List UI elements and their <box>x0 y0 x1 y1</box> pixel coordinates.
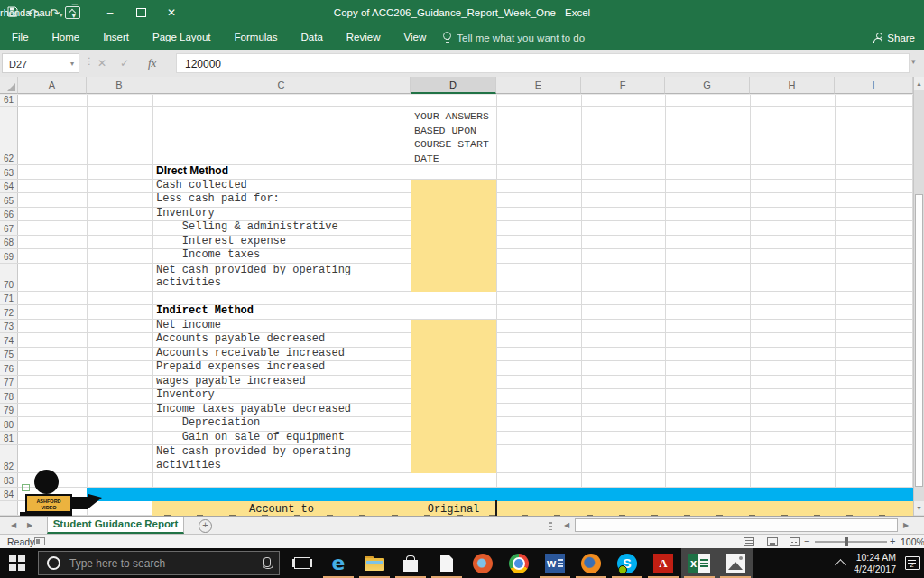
page-layout-view-icon[interactable] <box>767 537 778 546</box>
zoom-out-icon[interactable]: − <box>804 536 809 546</box>
row-header-77[interactable]: 77 <box>0 376 18 389</box>
row-header-73[interactable]: 73 <box>0 320 18 333</box>
row-header-81[interactable]: 81 <box>0 432 18 445</box>
select-all-corner[interactable] <box>0 77 18 94</box>
store-icon[interactable] <box>393 548 429 578</box>
normal-view-icon[interactable] <box>744 537 754 546</box>
row-header-71[interactable]: 71 <box>0 292 18 305</box>
scroll-up-icon[interactable]: ▲ <box>914 77 924 90</box>
vertical-scrollbar[interactable]: ▲ ▼ <box>913 77 924 516</box>
row-header-78[interactable]: 78 <box>0 389 18 403</box>
row-header-82[interactable]: 82 <box>0 445 18 472</box>
column-header-D[interactable]: D <box>411 77 496 94</box>
taskbar-search[interactable] <box>38 551 280 575</box>
row-header-69[interactable]: 69 <box>0 249 18 263</box>
macro-record-icon[interactable] <box>34 537 45 545</box>
cell-C72[interactable]: Indirect Method <box>156 304 254 318</box>
adobe-reader-icon[interactable]: A <box>645 548 681 578</box>
cell-C76[interactable]: Prepaid expenses increased <box>156 360 325 374</box>
row-header-76[interactable]: 76 <box>0 361 18 375</box>
column-header-G[interactable]: G <box>665 77 750 94</box>
zoom-level[interactable]: 100% <box>901 536 924 547</box>
cell-C78[interactable]: Inventory <box>156 388 215 402</box>
row-header-63[interactable]: 63 <box>0 165 18 179</box>
prev-sheet-icon[interactable]: ◀ <box>11 521 16 529</box>
cell-C77[interactable]: wages payable increased <box>156 375 306 388</box>
start-button[interactable] <box>9 555 25 571</box>
vertical-scrollbar-thumb[interactable] <box>915 194 923 487</box>
cell-C81[interactable]: Gain on sale of equipment <box>156 431 345 444</box>
cell-C66[interactable]: Inventory <box>156 207 215 220</box>
cell-C73[interactable]: Net income <box>156 319 221 332</box>
microphone-icon[interactable] <box>263 557 271 567</box>
ribbon-tab-view[interactable]: View <box>393 25 439 50</box>
row-header-64[interactable]: 64 <box>0 180 18 193</box>
search-input[interactable] <box>68 556 243 571</box>
excel-icon[interactable]: x <box>681 548 717 578</box>
cell-C68[interactable]: Interest expense <box>156 235 286 248</box>
edge-icon[interactable]: e <box>320 548 356 578</box>
chrome-icon[interactable] <box>501 548 537 578</box>
spreadsheet-grid[interactable]: 6162YOUR ANSWERS BASED UPON COURSE START… <box>0 95 913 516</box>
cell-C80[interactable]: Depreciation <box>156 416 260 430</box>
column-header-A[interactable]: A <box>18 77 87 94</box>
task-view-icon[interactable] <box>284 548 320 578</box>
page-break-view-icon[interactable] <box>790 537 800 546</box>
new-sheet-icon[interactable]: + <box>199 519 212 533</box>
cell-C75[interactable]: Accounts receivable increased <box>156 347 345 360</box>
cell-D62[interactable]: YOUR ANSWERS BASED UPON COURSE START DAT… <box>414 109 494 165</box>
zoom-slider-thumb[interactable] <box>845 537 848 546</box>
cell-C63[interactable]: DIrect Method <box>156 164 228 178</box>
ribbon-display-options-icon[interactable] <box>65 6 80 19</box>
name-box[interactable]: D27 ▾ <box>2 53 79 73</box>
word-icon[interactable]: w <box>537 548 573 578</box>
cell-C69[interactable]: Income taxes <box>156 248 260 262</box>
ribbon-tab-page-layout[interactable]: Page Layout <box>141 25 223 50</box>
row-header-61[interactable]: 61 <box>0 95 18 106</box>
row-header-62[interactable]: 62 <box>0 107 18 164</box>
expand-formula-bar-icon[interactable]: ▾ <box>911 57 916 66</box>
notification-center-icon[interactable]: 2 <box>905 556 920 570</box>
share-button[interactable]: Share <box>873 25 915 50</box>
firefox-icon[interactable] <box>573 548 609 578</box>
h-scroll-left-icon[interactable]: ◀ <box>564 521 569 529</box>
row-header-65[interactable]: 65 <box>0 193 18 207</box>
row-header-74[interactable]: 74 <box>0 333 18 347</box>
tab-split-handle[interactable] <box>549 522 552 530</box>
ribbon-tab-review[interactable]: Review <box>335 25 393 50</box>
cell-C82[interactable]: Net cash provided by operating activitie… <box>156 445 411 471</box>
row-header-72[interactable]: 72 <box>0 305 18 319</box>
photos-icon[interactable] <box>717 548 753 578</box>
show-hidden-icons-icon[interactable] <box>835 559 846 571</box>
column-header-F[interactable]: F <box>581 77 665 94</box>
row-header-67[interactable]: 67 <box>0 221 18 235</box>
file-explorer-icon[interactable] <box>356 548 393 578</box>
horizontal-scrollbar-thumb[interactable] <box>575 518 898 532</box>
name-box-dropdown-icon[interactable]: ▾ <box>70 54 74 74</box>
cell-C74[interactable]: Accounts payable decreased <box>156 332 325 346</box>
row-header-84[interactable]: 84 <box>0 488 18 501</box>
cancel-entry-icon[interactable]: ✕ <box>97 53 106 73</box>
answer-cells-highlight[interactable] <box>411 320 496 474</box>
ribbon-tab-formulas[interactable]: Formulas <box>223 25 290 50</box>
row-header-68[interactable]: 68 <box>0 236 18 249</box>
zoom-in-icon[interactable]: + <box>890 536 895 546</box>
insert-function-icon[interactable]: fx <box>148 53 156 73</box>
cell-C64[interactable]: Cash collected <box>156 179 247 192</box>
row-header-80[interactable]: 80 <box>0 417 18 431</box>
ribbon-tab-data[interactable]: Data <box>290 25 335 50</box>
zoom-slider-track[interactable] <box>815 541 887 543</box>
confirm-entry-icon[interactable]: ✓ <box>120 53 129 73</box>
cell-C70[interactable]: Net cash provided by operating activitie… <box>156 264 411 290</box>
row-header-66[interactable]: 66 <box>0 208 18 221</box>
tell-me-box[interactable]: Tell me what you want to do <box>443 32 585 43</box>
ribbon-tab-insert[interactable]: Insert <box>91 25 141 50</box>
browser-flame-icon[interactable] <box>465 548 501 578</box>
video-camera-clipart[interactable]: ASHFORDVIDEO <box>16 468 110 516</box>
ribbon-tab-home[interactable]: Home <box>41 25 92 50</box>
ribbon-tab-file[interactable]: File <box>0 25 41 50</box>
next-sheet-icon[interactable]: ▶ <box>27 521 32 529</box>
sheet-tab-active[interactable]: Student Guidance Report <box>47 517 184 534</box>
h-scroll-right-icon[interactable]: ▶ <box>903 521 909 529</box>
row-header-70[interactable]: 70 <box>0 264 18 291</box>
